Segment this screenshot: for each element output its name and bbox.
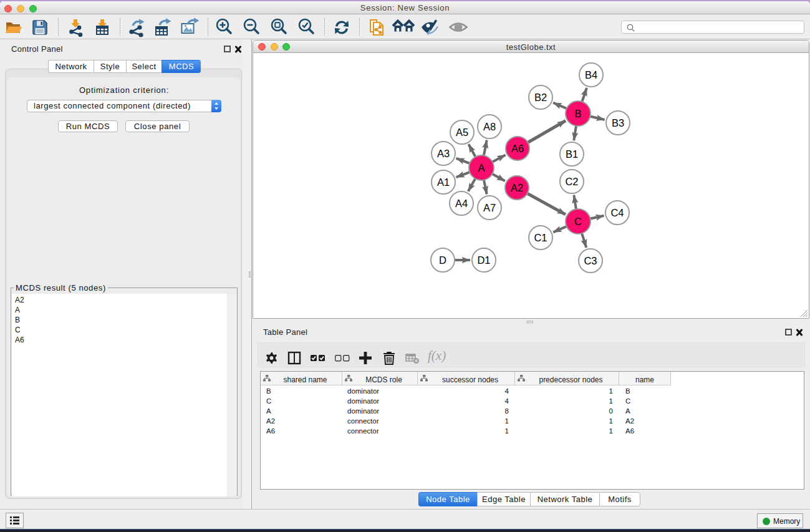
svg-text:B4: B4: [585, 69, 597, 80]
svg-text:C2: C2: [565, 176, 578, 187]
svg-text:A5: A5: [456, 127, 468, 138]
svg-text:B: B: [574, 108, 581, 119]
svg-text:A1: A1: [437, 177, 450, 188]
svg-text:B3: B3: [612, 117, 624, 128]
svg-text:C3: C3: [584, 255, 597, 266]
svg-text:D: D: [439, 254, 446, 266]
svg-text:D1: D1: [477, 254, 490, 266]
svg-text:A6: A6: [511, 143, 524, 154]
svg-text:B2: B2: [534, 92, 547, 103]
svg-text:B1: B1: [566, 148, 578, 160]
svg-text:C: C: [574, 216, 582, 227]
svg-text:A2: A2: [511, 182, 523, 193]
svg-text:A7: A7: [483, 202, 496, 213]
svg-text:C1: C1: [534, 232, 547, 243]
svg-text:A8: A8: [483, 121, 496, 132]
svg-text:A4: A4: [455, 198, 468, 209]
svg-text:C4: C4: [610, 207, 624, 218]
svg-text:A: A: [478, 162, 485, 173]
svg-text:A3: A3: [437, 148, 450, 159]
